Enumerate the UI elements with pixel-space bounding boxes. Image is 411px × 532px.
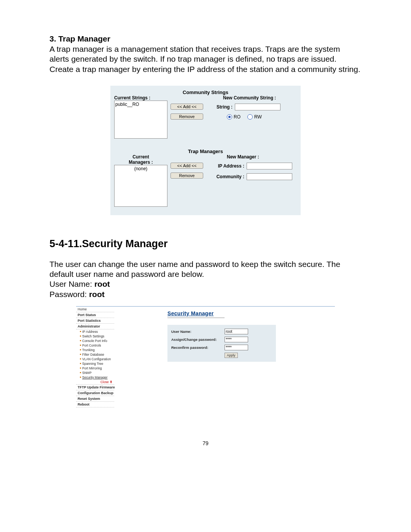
bullet-icon <box>80 372 81 373</box>
radio-unselected-icon <box>247 114 253 120</box>
security-form: User Name: Assign/Change password: Recon… <box>167 325 276 362</box>
list-item[interactable]: public__RO <box>115 102 166 107</box>
rw-label: RW <box>254 114 262 120</box>
trap-managers-heading: Trap Managers <box>114 147 297 154</box>
nav-home[interactable]: Home <box>76 307 114 312</box>
bullet-icon <box>80 367 81 369</box>
bullet-icon <box>80 331 81 332</box>
nav-security-manager[interactable]: Security Manager <box>76 375 114 380</box>
nav-close[interactable]: Close ⬆ <box>76 380 114 385</box>
bullet-icon <box>80 377 81 378</box>
ip-address-label: IP Address : <box>212 163 244 169</box>
nav-ip-address[interactable]: IP Address <box>76 329 114 334</box>
current-strings-label: Current Strings : <box>114 95 167 101</box>
current-managers-label: CurrentManagers : <box>114 154 167 165</box>
bullet-icon <box>80 358 81 359</box>
nav-vlan-config[interactable]: VLAN Configuration <box>76 357 114 361</box>
remove-button[interactable]: Remove <box>170 113 203 120</box>
string-input[interactable] <box>235 104 280 110</box>
community-input[interactable] <box>247 173 292 180</box>
nav-trunking[interactable]: Trunking <box>76 348 114 352</box>
current-strings-listbox[interactable]: public__RO <box>114 101 167 139</box>
new-manager-label: New Manager : <box>212 154 297 160</box>
ro-label: RO <box>234 114 241 120</box>
nav-filter-database[interactable]: Filter Database <box>76 352 114 357</box>
list-item: (none) <box>115 166 166 171</box>
page-number: 79 <box>0 440 411 446</box>
nav-spanning-tree[interactable]: Spanning Tree <box>76 361 114 366</box>
nav-port-statistics[interactable]: Port Statistics <box>76 318 114 324</box>
default-username-line: User Name: root <box>49 279 362 289</box>
nav-console-port[interactable]: Console Port Info <box>76 339 114 343</box>
default-password-line: Password: root <box>49 289 362 299</box>
ro-radio[interactable]: RO <box>227 114 241 120</box>
string-label: String : <box>212 104 233 110</box>
radio-selected-icon <box>227 114 232 120</box>
trap-description: A trap manager is a management station t… <box>49 44 362 74</box>
add-button[interactable]: << Add << <box>170 104 203 110</box>
ip-address-input[interactable] <box>247 163 292 169</box>
trap-managers-section: Trap Managers CurrentManagers : (none) <… <box>110 147 301 215</box>
username-input[interactable] <box>225 329 248 334</box>
bullet-icon <box>80 354 81 355</box>
nav-reset-system[interactable]: Reset System <box>76 396 114 402</box>
bullet-icon <box>80 340 81 341</box>
security-manager-screenshot: Home Port Status Port Statistics Adminis… <box>76 306 335 407</box>
bullet-icon <box>80 335 81 337</box>
reconfirm-password-label: Reconfirm password: <box>171 345 225 350</box>
security-manager-title: Security Manager <box>167 310 335 316</box>
snmp-config-panel: Community Strings Current Strings : publ… <box>110 86 301 215</box>
reconfirm-password-input[interactable] <box>225 345 248 350</box>
nav-port-controls[interactable]: Port Controls <box>76 343 114 348</box>
add-button[interactable]: << Add << <box>170 163 203 169</box>
section-heading-security: 5-4-11.Security Manager <box>49 238 362 250</box>
nav-administrator[interactable]: Administrator <box>76 324 114 329</box>
security-content: Security Manager User Name: Assign/Chang… <box>114 307 335 407</box>
remove-button[interactable]: Remove <box>170 173 203 179</box>
nav-snmp[interactable]: SNMP <box>76 371 114 375</box>
security-description: The user can change the user name and pa… <box>49 259 362 280</box>
nav-switch-settings[interactable]: Switch Settings <box>76 334 114 339</box>
rw-radio[interactable]: RW <box>247 114 262 120</box>
section-heading-trap: 3. Trap Manager <box>49 34 362 43</box>
nav-reboot[interactable]: Reboot <box>76 402 114 407</box>
bullet-icon <box>80 363 81 364</box>
community-heading: Community Strings <box>114 88 297 95</box>
nav-port-status[interactable]: Port Status <box>76 312 114 318</box>
assign-password-label: Assign/Change password: <box>171 337 225 342</box>
nav-config-backup[interactable]: Configuration Backup <box>76 390 114 396</box>
apply-button[interactable]: Apply <box>225 353 238 358</box>
sidebar-nav: Home Port Status Port Statistics Adminis… <box>76 307 114 407</box>
current-managers-listbox[interactable]: (none) <box>114 165 167 207</box>
community-label: Community : <box>212 174 244 179</box>
assign-password-input[interactable] <box>225 337 248 342</box>
title-underline <box>167 318 225 318</box>
new-community-string-label: New Community String : <box>212 95 297 101</box>
nav-tftp-update[interactable]: TFTP Update Firmware <box>76 385 114 390</box>
bullet-icon <box>80 349 81 350</box>
username-label: User Name: <box>171 329 225 334</box>
bullet-icon <box>80 345 81 346</box>
community-strings-section: Community Strings Current Strings : publ… <box>110 86 301 147</box>
nav-port-mirroring[interactable]: Port Mirroring <box>76 366 114 371</box>
